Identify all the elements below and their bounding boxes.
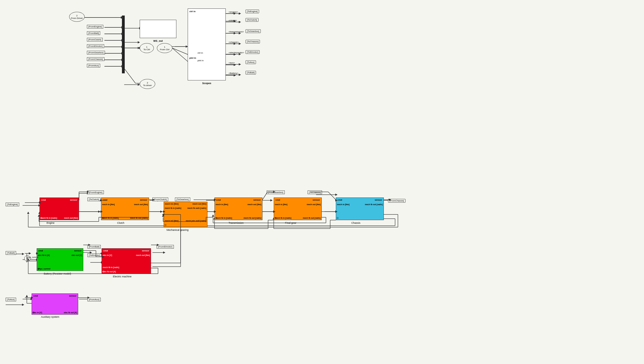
svg-marker-52 xyxy=(160,210,163,213)
svg-marker-59 xyxy=(270,199,273,201)
scopes-block[interactable]: ctrl in plnt in Scopes xyxy=(188,8,226,80)
final-gear-label: Final gear xyxy=(285,222,296,224)
svg-marker-188 xyxy=(212,214,214,217)
engine-scope-label: <engine> xyxy=(229,11,238,13)
tag-to-elmotor-top[interactable]: [ToElmotor] xyxy=(246,50,260,54)
aux-scope-label: <aux> xyxy=(229,62,235,64)
tag-from-engine-bottom[interactable]: [FromEngine] xyxy=(87,190,104,194)
svg-marker-46 xyxy=(98,210,100,213)
from-ctrl-label: 1From Ctrl xyxy=(160,46,169,51)
svg-line-123 xyxy=(125,69,135,83)
transmission-block[interactable]: cmd sensor mech in [Nm] mech out [Nm] me… xyxy=(214,198,262,220)
tag-to-batt-bottom[interactable]: [ToBatt] xyxy=(6,251,16,255)
tag-from-aux-top[interactable]: [FromAux] xyxy=(87,64,100,67)
electric-machine-block[interactable]: cmd sensor elec in [V] mech out [Nm] mec… xyxy=(102,248,151,274)
tag-to-gearbox-top[interactable]: [ToGearbox] xyxy=(246,29,261,33)
mux-bar-left xyxy=(122,16,125,73)
tag-from-batt-top[interactable]: [FromBatt] xyxy=(87,31,100,35)
from-driver-label: 2From Driver xyxy=(71,14,83,19)
tag-to-engine-bottom[interactable]: [ToEngine] xyxy=(6,203,19,206)
tag-to-batt-top[interactable]: [ToBatt] xyxy=(246,71,256,74)
connection-lines xyxy=(0,0,644,364)
svg-line-172 xyxy=(328,192,336,200)
svg-marker-63 xyxy=(335,194,338,196)
svg-marker-129 xyxy=(239,12,241,15)
svg-marker-226 xyxy=(26,295,28,297)
final-gear-block[interactable]: cmd sensor mech in [Nm] mech out [Nm] me… xyxy=(274,198,322,220)
tag-to-aux-top[interactable]: [ToAux] xyxy=(246,60,256,64)
to-driver-label: 2To driver xyxy=(143,82,152,87)
tag-from-chassis-bottom[interactable]: [FromChassis] xyxy=(388,199,406,203)
tag-from-aux-bottom[interactable]: [FromAux] xyxy=(87,298,101,301)
tag-to-gearbox-bottom[interactable]: [ToGearbox] xyxy=(175,198,190,201)
tag-to-aux-bottom[interactable]: [ToAux] xyxy=(6,298,16,301)
svg-line-24 xyxy=(172,48,189,63)
auxiliary-label: Auxiliary system xyxy=(41,315,59,318)
scopes-label: Scopes xyxy=(202,82,211,85)
battery-block[interactable]: cmd sensor elec fb in [A] elec out [V] p… xyxy=(37,248,83,271)
clutch-scope-label: <clutch> xyxy=(229,19,237,22)
svg-marker-131 xyxy=(239,21,241,23)
tag-to-clutch-bottom[interactable]: [ToClutch] xyxy=(87,198,100,201)
ws-out-block[interactable]: WS_out xyxy=(140,20,176,38)
chassis-label: Chassis xyxy=(351,222,360,224)
to-driver-block[interactable]: 2To driver xyxy=(140,79,155,89)
from-ctrl-block[interactable]: 1From Ctrl xyxy=(157,43,172,53)
transmission-scope-label: <transmission> xyxy=(229,30,244,33)
svg-marker-141 xyxy=(239,74,241,76)
battery-scope-label: <Battery> xyxy=(229,72,238,74)
from-driver-block[interactable]: 2From Driver xyxy=(69,12,85,22)
ctrl-in-label: ctrl in xyxy=(198,52,203,54)
svg-marker-17 xyxy=(138,41,140,43)
tag-from-gearbox-top[interactable]: [FromGearbox] xyxy=(87,51,105,54)
tag-from-gearbox-bottom[interactable]: [FromGearbox] xyxy=(267,190,285,194)
tag-to-chassis-bottom[interactable]: [ToChassis] xyxy=(308,190,322,194)
tag-to-elmotor-bottom[interactable]: [ToElmotor] xyxy=(87,253,102,257)
svg-marker-139 xyxy=(239,63,241,65)
battery-label: Battery (Resistor model) xyxy=(44,272,71,275)
clutch-label: Clutch xyxy=(117,222,124,224)
electric-machine-label: Electric machine xyxy=(113,275,132,278)
ws-out-label: WS_out xyxy=(153,40,163,42)
clutch-block[interactable]: cmd sensor mech in [Nm] mech out [Nm] me… xyxy=(101,198,149,220)
svg-line-22 xyxy=(172,48,189,55)
tag-from-batt-bottom[interactable]: [FromBatt] xyxy=(87,245,101,249)
svg-marker-37 xyxy=(234,64,236,66)
engine-label: Engine xyxy=(47,222,54,224)
svg-marker-135 xyxy=(239,43,241,45)
tag-from-chassis-top[interactable]: [FromChassis] xyxy=(87,57,104,61)
svg-marker-76 xyxy=(22,253,24,255)
tag-to-engine-top[interactable]: [ToEngine] xyxy=(246,10,259,13)
auxiliary-block[interactable]: cmd sensor elec in [V] elec fb out [A] ⬡ xyxy=(32,293,78,315)
transmission-label: Transmission xyxy=(229,222,244,224)
mech-gearing-block[interactable]: mech in1 [Nm] mech out [Nm] mech fb in [… xyxy=(164,202,207,227)
svg-marker-82 xyxy=(163,251,165,254)
tag-from-engine-top[interactable]: [FromEngine] xyxy=(87,25,103,28)
to-ctrl-label: 1To Ctrl xyxy=(143,46,150,51)
svg-marker-183 xyxy=(27,212,29,214)
svg-marker-39 xyxy=(234,74,236,76)
engine-block[interactable]: cmd sensor mech fb in [rad/s] mech out [… xyxy=(40,198,79,220)
tag-from-elmotor-bottom[interactable]: [FromElmotor] xyxy=(157,245,174,249)
svg-marker-88 xyxy=(22,304,24,306)
phys-current-label: phys_current xyxy=(27,256,38,258)
to-ctrl-block[interactable]: 1To Ctrl xyxy=(140,43,154,53)
tag-from-elmotor-top[interactable]: [FromElmotor] xyxy=(87,44,104,48)
tag-to-chassis-top[interactable]: [ToChassis] xyxy=(246,40,260,43)
diagram-container: 2From Driver [FromEngine] [FromBatt] [Fr… xyxy=(0,0,644,364)
chassis-scope-label: <chassis> xyxy=(229,41,239,43)
mech-gearing-label: Mechanical gearing xyxy=(167,229,189,231)
svg-marker-200 xyxy=(29,252,31,255)
plnt-in-label: plnt in xyxy=(198,59,203,62)
tag-from-clutch-top[interactable]: [FromClutch] xyxy=(87,38,103,41)
tag-to-clutch-top[interactable]: [ToClutch] xyxy=(246,18,259,22)
tag-from-clutch-bottom[interactable]: [FromClutch] xyxy=(152,198,168,201)
electricmotor-scope-label: <electricmotor> xyxy=(229,51,244,54)
chassis-block[interactable]: cmd sensor mech in [Nm] mech fb out [rad… xyxy=(336,198,384,220)
